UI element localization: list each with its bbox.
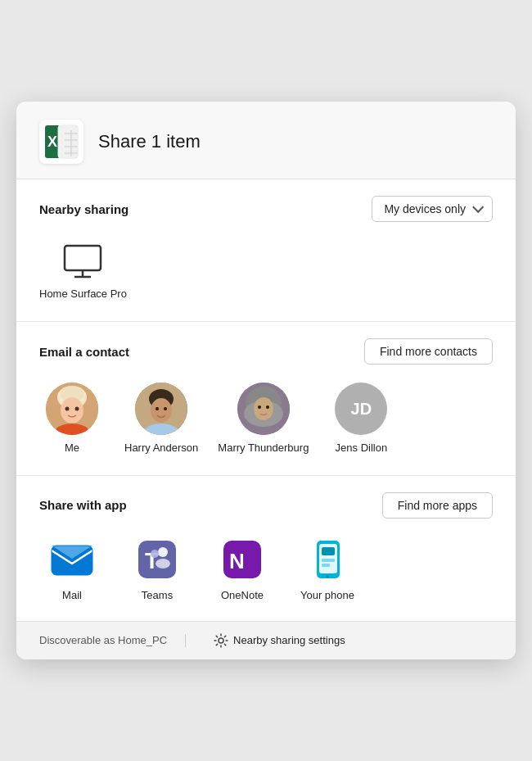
nearby-sharing-header: Nearby sharing My devices only bbox=[39, 196, 493, 222]
share-app-title: Share with app bbox=[39, 498, 127, 512]
gear-icon bbox=[214, 633, 228, 648]
contact-name-harry: Harry Anderson bbox=[124, 442, 198, 455]
svg-rect-43 bbox=[322, 559, 335, 562]
contact-name-jens: Jens Dillon bbox=[336, 442, 388, 455]
svg-rect-42 bbox=[322, 547, 335, 555]
nearby-sharing-dropdown[interactable]: My devices only bbox=[372, 196, 493, 222]
app-label-teams: Teams bbox=[142, 589, 173, 601]
app-label-onenote: OneNote bbox=[221, 589, 264, 601]
app-label-yourphone: Your phone bbox=[300, 589, 354, 601]
mail-app-icon bbox=[49, 537, 95, 582]
svg-point-28 bbox=[254, 397, 273, 420]
svg-rect-44 bbox=[322, 564, 330, 567]
dialog-title: Share 1 item bbox=[98, 131, 201, 152]
apps-row: Mail T Teams bbox=[39, 533, 493, 605]
footer-divider bbox=[185, 634, 186, 647]
find-more-apps-button[interactable]: Find more apps bbox=[382, 492, 493, 519]
contact-name-marry: Marry Thunderburg bbox=[218, 442, 309, 455]
svg-rect-9 bbox=[65, 246, 101, 270]
avatar-jens: JD bbox=[335, 383, 387, 435]
chevron-down-icon bbox=[472, 202, 484, 213]
app-mail[interactable]: Mail bbox=[39, 537, 105, 601]
svg-point-15 bbox=[61, 397, 83, 424]
svg-point-36 bbox=[156, 559, 170, 568]
app-teams[interactable]: T Teams bbox=[124, 537, 190, 601]
svg-point-35 bbox=[158, 547, 168, 557]
file-icon: X bbox=[39, 120, 83, 164]
device-item[interactable]: Home Surface Pro bbox=[39, 242, 127, 301]
svg-point-16 bbox=[65, 407, 70, 411]
contact-name-me: Me bbox=[65, 442, 79, 455]
svg-point-17 bbox=[75, 407, 79, 411]
find-more-contacts-button[interactable]: Find more contacts bbox=[364, 338, 493, 365]
dialog-footer: Discoverable as Home_PC Nearby sharing s… bbox=[16, 621, 516, 659]
svg-point-30 bbox=[266, 405, 269, 409]
onenote-app-icon: N bbox=[219, 537, 265, 582]
dialog-header: X Share 1 item bbox=[16, 102, 516, 179]
settings-label: Nearby sharing settings bbox=[233, 634, 345, 646]
svg-point-46 bbox=[219, 638, 223, 643]
avatar-marry bbox=[237, 383, 290, 435]
nearby-sharing-title: Nearby sharing bbox=[39, 202, 128, 216]
yourphone-app-icon bbox=[304, 537, 350, 582]
app-onenote[interactable]: N OneNote bbox=[210, 537, 275, 601]
contact-jens[interactable]: JD Jens Dillon bbox=[328, 383, 394, 455]
device-label: Home Surface Pro bbox=[39, 288, 127, 301]
avatar-harry bbox=[135, 383, 187, 435]
email-contact-title: Email a contact bbox=[39, 345, 129, 359]
email-contact-header: Email a contact Find more contacts bbox=[39, 338, 493, 365]
app-yourphone[interactable]: Your phone bbox=[295, 537, 360, 601]
svg-text:N: N bbox=[229, 549, 245, 573]
svg-point-22 bbox=[156, 407, 159, 410]
teams-app-icon: T bbox=[134, 537, 180, 582]
svg-point-37 bbox=[151, 550, 159, 558]
email-contact-section: Email a contact Find more contacts bbox=[16, 321, 516, 475]
share-app-header: Share with app Find more apps bbox=[39, 492, 493, 519]
share-dialog: X Share 1 item Nearby sharing My devices… bbox=[16, 102, 516, 659]
dropdown-label: My devices only bbox=[384, 202, 466, 215]
svg-text:X: X bbox=[47, 134, 57, 150]
monitor-icon bbox=[60, 242, 106, 281]
nearby-sharing-section: Nearby sharing My devices only Home Surf… bbox=[16, 179, 516, 321]
discoverable-text: Discoverable as Home_PC bbox=[39, 634, 167, 646]
svg-point-21 bbox=[151, 398, 172, 423]
contact-harry[interactable]: Harry Anderson bbox=[124, 383, 198, 455]
contact-marry[interactable]: Marry Thunderburg bbox=[218, 383, 309, 455]
share-with-app-section: Share with app Find more apps bbox=[16, 475, 516, 621]
contact-me[interactable]: Me bbox=[39, 383, 105, 455]
svg-point-23 bbox=[164, 407, 167, 410]
svg-point-29 bbox=[258, 405, 261, 409]
devices-row: Home Surface Pro bbox=[39, 237, 493, 305]
app-label-mail: Mail bbox=[62, 589, 82, 601]
svg-point-45 bbox=[326, 575, 329, 578]
nearby-sharing-settings-link[interactable]: Nearby sharing settings bbox=[214, 633, 345, 648]
avatar-me bbox=[46, 383, 98, 435]
contacts-row: Me bbox=[39, 379, 493, 459]
